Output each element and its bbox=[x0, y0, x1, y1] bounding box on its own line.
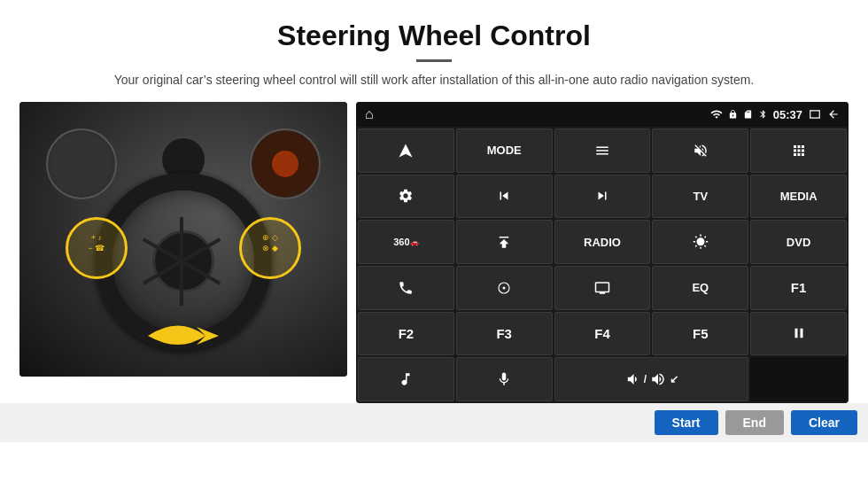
btn-next[interactable] bbox=[554, 175, 651, 219]
btn-phone[interactable] bbox=[358, 266, 454, 310]
btn-list[interactable] bbox=[554, 128, 651, 173]
svg-point-1 bbox=[503, 286, 506, 289]
bluetooth-icon bbox=[758, 108, 768, 120]
car-image: + ♪− ☎ ⊕ ◇⊗ ◆ bbox=[19, 102, 347, 377]
btn-settings[interactable] bbox=[358, 175, 454, 219]
btn-radio[interactable]: RADIO bbox=[554, 220, 651, 264]
subtitle: Your original car’s steering wheel contr… bbox=[0, 71, 868, 89]
btn-eq[interactable]: EQ bbox=[652, 266, 748, 310]
content-row: + ♪− ☎ ⊕ ◇⊗ ◆ ⌂ bbox=[0, 102, 868, 403]
btn-screen[interactable] bbox=[554, 266, 651, 310]
btn-tv[interactable]: TV bbox=[652, 175, 748, 219]
status-bar: ⌂ 05:37 bbox=[356, 102, 849, 127]
btn-f2[interactable]: F2 bbox=[358, 312, 454, 356]
highlight-left: + ♪− ☎ bbox=[66, 217, 128, 279]
btn-vol-down-up[interactable]: / ↙ bbox=[554, 357, 749, 401]
page-title: Steering Wheel Control bbox=[0, 0, 868, 52]
btn-mute[interactable] bbox=[652, 128, 748, 173]
sd-card-icon bbox=[743, 108, 753, 120]
btn-nav2[interactable] bbox=[456, 266, 553, 310]
start-button[interactable]: Start bbox=[655, 410, 718, 435]
btn-mode[interactable]: MODE bbox=[456, 128, 553, 173]
btn-dvd[interactable]: DVD bbox=[750, 220, 847, 264]
radio-panel: ⌂ 05:37 MODE bbox=[356, 102, 849, 403]
btn-f1[interactable]: F1 bbox=[750, 266, 847, 310]
gauge-right bbox=[250, 128, 321, 199]
btn-f4[interactable]: F4 bbox=[554, 312, 651, 356]
btn-navigate[interactable] bbox=[358, 128, 454, 173]
btn-media[interactable]: MEDIA bbox=[750, 175, 847, 219]
btn-apps[interactable] bbox=[750, 128, 847, 173]
btn-prev[interactable] bbox=[456, 175, 553, 219]
back-icon bbox=[827, 108, 840, 120]
gauge-left bbox=[46, 128, 117, 199]
btn-360[interactable]: 360🚗 bbox=[358, 220, 454, 264]
end-button[interactable]: End bbox=[725, 410, 784, 435]
status-time: 05:37 bbox=[773, 108, 802, 121]
btn-mic[interactable] bbox=[456, 357, 553, 401]
btn-music[interactable] bbox=[358, 357, 454, 401]
home-icon[interactable]: ⌂ bbox=[365, 106, 374, 122]
btn-f3[interactable]: F3 bbox=[456, 312, 553, 356]
highlight-right: ⊕ ◇⊗ ◆ bbox=[239, 217, 301, 279]
button-grid: MODE TV MEDIA 360🚗 bbox=[356, 127, 849, 403]
btn-playpause[interactable] bbox=[750, 312, 847, 356]
btn-brightness[interactable] bbox=[652, 220, 748, 264]
btn-f5[interactable]: F5 bbox=[652, 312, 748, 356]
title-divider bbox=[416, 59, 452, 62]
btn-empty bbox=[750, 357, 847, 401]
window-icon bbox=[808, 108, 822, 120]
wifi-icon bbox=[710, 108, 723, 120]
clear-button[interactable]: Clear bbox=[791, 410, 857, 435]
btn-eject[interactable] bbox=[456, 220, 553, 264]
arrow-icon bbox=[143, 311, 223, 360]
action-bar: Start End Clear bbox=[0, 403, 868, 442]
lock-icon bbox=[728, 108, 738, 120]
